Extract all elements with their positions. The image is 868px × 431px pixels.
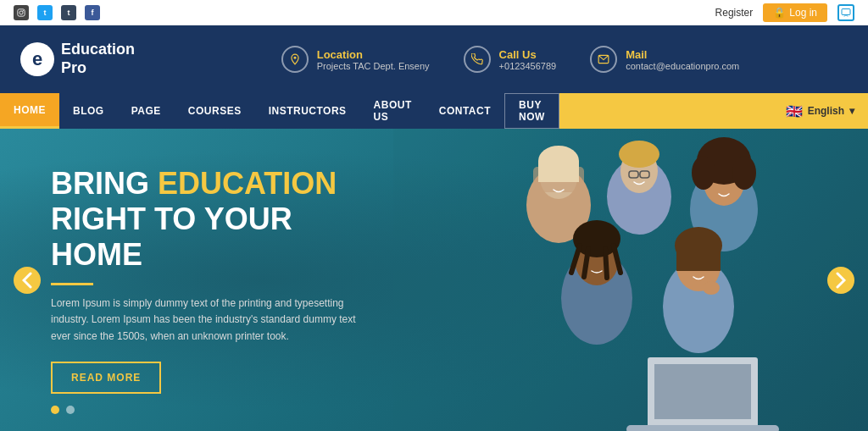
hero-section: BRING EDUCATION RIGHT TO YOUR HOME Lorem… xyxy=(0,129,868,431)
svg-point-17 xyxy=(619,141,659,168)
carousel-next-button[interactable] xyxy=(827,267,854,294)
svg-rect-33 xyxy=(676,246,721,271)
svg-point-21 xyxy=(692,156,715,190)
svg-point-2 xyxy=(23,10,24,11)
chevron-down-icon: ▾ xyxy=(849,105,854,117)
nav-item-contact[interactable]: CONTACT xyxy=(426,93,504,129)
mail-info: Mail contact@educationpro.com xyxy=(590,46,739,73)
nav-item-about[interactable]: ABOUT US xyxy=(360,93,426,129)
svg-rect-36 xyxy=(654,364,751,419)
register-link[interactable]: Register xyxy=(715,7,754,19)
svg-point-1 xyxy=(19,10,23,14)
nav-item-page[interactable]: PAGE xyxy=(118,93,175,129)
facebook-icon[interactable]: f xyxy=(85,5,100,20)
auth-actions: Register 🔒 Log in xyxy=(715,3,854,22)
flag-icon: 🇬🇧 xyxy=(786,103,803,119)
svg-rect-37 xyxy=(626,425,779,431)
svg-point-34 xyxy=(703,281,720,295)
site-header: e Education Pro Location Projects TAC De… xyxy=(0,25,868,93)
nav-spacer xyxy=(559,93,772,129)
nav-item-home[interactable]: HOME xyxy=(0,93,59,129)
mail-text: Mail contact@educationpro.com xyxy=(626,48,739,71)
svg-point-4 xyxy=(293,57,296,59)
logo[interactable]: e Education Pro xyxy=(20,41,139,77)
location-text: Location Projects TAC Dept. Enseny xyxy=(317,48,430,71)
svg-point-22 xyxy=(732,156,756,190)
svg-line-28 xyxy=(605,249,607,278)
top-bar: t t f Register 🔒 Log in xyxy=(0,0,868,25)
hero-divider xyxy=(51,283,93,285)
tumblr-icon[interactable]: t xyxy=(61,5,76,20)
carousel-prev-button[interactable] xyxy=(14,267,41,294)
language-selector[interactable]: 🇬🇧 English ▾ xyxy=(772,93,868,129)
logo-text: Education Pro xyxy=(61,41,135,77)
nav-item-buynow[interactable]: BUY NOW xyxy=(504,93,559,129)
svg-rect-11 xyxy=(538,161,579,182)
lang-label: English xyxy=(808,105,844,117)
logo-icon: e xyxy=(20,42,54,76)
carousel-dot-2[interactable] xyxy=(66,406,75,414)
hero-people-image xyxy=(393,129,868,431)
nav-item-instructors[interactable]: INSTRUCTORS xyxy=(255,93,360,129)
instagram-icon[interactable] xyxy=(14,5,29,20)
nav-item-courses[interactable]: COURSES xyxy=(175,93,255,129)
chat-icon[interactable] xyxy=(837,4,854,21)
phone-text: Call Us +0123456789 xyxy=(499,48,557,71)
header-info: Location Projects TAC Dept. Enseny Call … xyxy=(173,46,848,73)
nav-menu: HOME BLOG PAGE COURSES INSTRUCTORS ABOUT… xyxy=(0,93,559,129)
carousel-dot-1[interactable] xyxy=(51,406,59,414)
hero-title-line2: RIGHT TO YOUR HOME xyxy=(51,202,390,273)
lock-icon: 🔒 xyxy=(773,7,786,19)
phone-info: Call Us +0123456789 xyxy=(464,46,557,73)
nav-item-blog[interactable]: BLOG xyxy=(59,93,118,129)
hero-description: Lorem Ipsum is simply dummy text of the … xyxy=(51,296,373,345)
phone-icon xyxy=(464,46,491,73)
hero-title-highlight: EDUCATION xyxy=(158,166,337,201)
svg-rect-3 xyxy=(842,8,850,14)
mail-icon xyxy=(590,46,617,73)
location-info: Location Projects TAC Dept. Enseny xyxy=(281,46,430,73)
hero-content: BRING EDUCATION RIGHT TO YOUR HOME Lorem… xyxy=(0,166,441,394)
navigation: HOME BLOG PAGE COURSES INSTRUCTORS ABOUT… xyxy=(0,93,868,129)
login-button[interactable]: 🔒 Log in xyxy=(763,3,827,22)
svg-rect-0 xyxy=(18,8,25,15)
hero-cta-button[interactable]: READ MORE xyxy=(51,362,161,394)
twitter-icon[interactable]: t xyxy=(37,5,53,20)
location-icon xyxy=(281,46,309,73)
hero-title-line1: BRING EDUCATION xyxy=(51,166,390,202)
social-links: t t f xyxy=(14,5,100,20)
carousel-dots xyxy=(51,406,75,414)
